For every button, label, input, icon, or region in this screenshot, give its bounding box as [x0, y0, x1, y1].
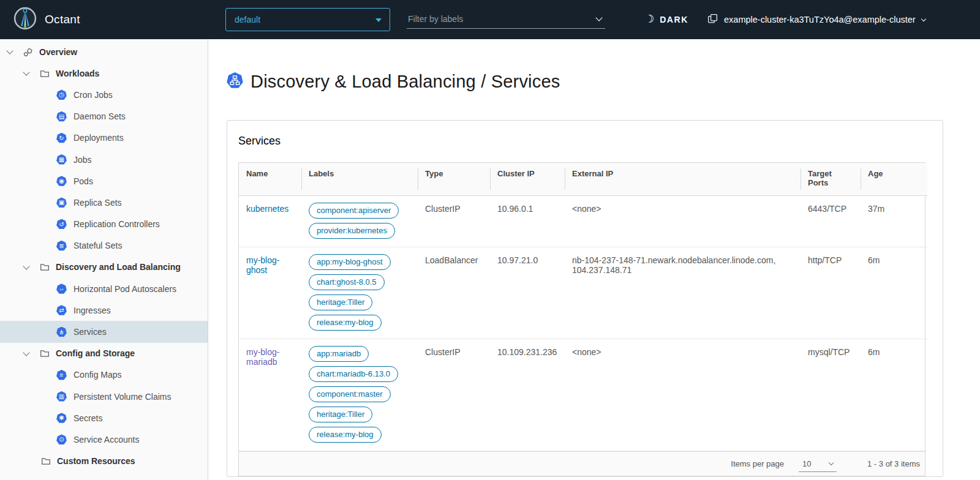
page-size-select[interactable]: 10	[799, 456, 837, 472]
card-title: Services	[238, 135, 925, 148]
label-list: app:my-blog-ghostchart:ghost-8.0.5herita…	[309, 254, 410, 331]
sidebar-item-custom-resources[interactable]: Custom Resources	[0, 451, 208, 472]
sidebar-item-services[interactable]: ⋔Services	[0, 321, 208, 342]
sidebar-navigation: OverviewWorkloads◷Cron Jobs▤Daemon Sets↻…	[0, 39, 208, 480]
sidebar-item-daemon-sets[interactable]: ▤Daemon Sets	[0, 106, 208, 127]
cluster-context-selector[interactable]: example-cluster-ka3TuTzYo4a@example-clus…	[707, 0, 925, 39]
theme-toggle-button[interactable]: ☾ DARK	[644, 0, 688, 39]
sidebar-item-workloads[interactable]: Workloads	[0, 62, 208, 84]
sidebar-item-label: Replication Controllers	[74, 219, 160, 229]
namespace-dropdown[interactable]: default	[225, 8, 390, 31]
label-badge[interactable]: component:apiserver	[309, 203, 399, 219]
services-datagrid: NameLabelsTypeCluster IPExternal IPTarge…	[238, 162, 925, 477]
table-row-kubernetes: kubernetescomponent:apiserverprovider:ku…	[239, 196, 927, 247]
cron-jobs-icon: ◷	[56, 89, 67, 100]
sidebar-item-pods[interactable]: ◉Pods	[0, 170, 208, 192]
theme-toggle-label: DARK	[660, 15, 688, 24]
sidebar-item-config-maps[interactable]: ≡Config Maps	[0, 364, 208, 386]
label-badge[interactable]: app:my-blog-ghost	[309, 254, 391, 270]
table-body: kubernetescomponent:apiserverprovider:ku…	[239, 196, 927, 451]
datagrid-footer: Items per page 10 1 - 3 of 3 items	[239, 451, 925, 476]
chevron-down-icon[interactable]	[6, 47, 13, 54]
sidebar-item-discovery-and-load-balancing[interactable]: Discovery and Load Balancing	[0, 257, 208, 278]
octant-logo-icon	[13, 7, 37, 32]
label-badge[interactable]: release:my-blog	[309, 315, 382, 331]
cell-external-ip: <none>	[565, 339, 801, 451]
label-badge[interactable]: heritage:Tiller	[309, 294, 372, 310]
sidebar-item-label: Persistent Volume Claims	[74, 392, 172, 402]
label-badge[interactable]: release:my-blog	[309, 427, 382, 443]
cluster-context-label: example-cluster-ka3TuTzYo4a@example-clus…	[724, 15, 916, 24]
service-link-kubernetes[interactable]: kubernetes	[246, 204, 288, 214]
page-size-value: 10	[802, 459, 811, 468]
sidebar-item-label: Services	[74, 327, 107, 337]
sidebar-item-replication-controllers[interactable]: ↺Replication Controllers	[0, 214, 208, 235]
cell-target-ports: http/TCP	[801, 247, 861, 339]
service-link-my-blog-ghost[interactable]: my-blog-ghost	[246, 255, 279, 275]
app-title: Octant	[45, 13, 80, 26]
table-header-row: NameLabelsTypeCluster IPExternal IPTarge…	[239, 163, 927, 196]
label-filter-input[interactable]	[407, 14, 597, 24]
sidebar-item-label: Jobs	[74, 155, 92, 165]
label-badge[interactable]: component:master	[309, 386, 391, 402]
replica-sets-icon: ▣	[56, 197, 67, 208]
app-logo[interactable]: Octant	[13, 0, 80, 39]
chevron-down-icon[interactable]	[595, 14, 602, 21]
chevron-down-icon[interactable]	[23, 349, 29, 356]
cell-type: ClusterIP	[418, 339, 490, 451]
label-badge[interactable]: provider:kubernetes	[309, 223, 395, 239]
cell-cluster-ip: 10.96.0.1	[490, 196, 565, 247]
sidebar-item-persistent-volume-claims[interactable]: ▥Persistent Volume Claims	[0, 386, 208, 407]
top-navbar: Octant default ☾ DARK example-cluster-ka…	[0, 0, 980, 39]
sidebar-tree: OverviewWorkloads◷Cron Jobs▤Daemon Sets↻…	[0, 41, 208, 472]
cell-age: 6m	[861, 339, 927, 451]
chevron-down-icon[interactable]	[23, 263, 29, 269]
sidebar-item-label: Replica Sets	[74, 198, 122, 208]
sidebar-item-service-accounts[interactable]: ⊙Service Accounts	[0, 429, 208, 450]
pods-icon: ◉	[56, 176, 67, 186]
label-badge[interactable]: heritage:Tiller	[309, 407, 372, 422]
label-badge[interactable]: chart:ghost-8.0.5	[309, 274, 385, 290]
sidebar-item-horizontal-pod-autoscalers[interactable]: ⇔Horizontal Pod Autoscalers	[0, 278, 208, 299]
config-maps-icon: ≡	[56, 370, 67, 380]
sidebar-item-replica-sets[interactable]: ▣Replica Sets	[0, 192, 208, 213]
sidebar-item-label: Service Accounts	[74, 435, 139, 444]
table-row-my-blog-ghost: my-blog-ghostapp:my-blog-ghostchart:ghos…	[239, 247, 927, 339]
sidebar-item-secrets[interactable]: ✱Secrets	[0, 407, 208, 429]
replication-controllers-icon: ↺	[56, 219, 67, 230]
cell-cluster-ip: 10.109.231.236	[490, 339, 565, 451]
daemon-sets-icon: ▤	[56, 111, 67, 122]
sidebar-item-stateful-sets[interactable]: ≣Stateful Sets	[0, 235, 208, 257]
chevron-down-icon[interactable]	[23, 69, 29, 76]
workloads-icon	[39, 68, 50, 79]
sidebar-item-jobs[interactable]: ▦Jobs	[0, 149, 208, 170]
cell-target-ports: 6443/TCP	[801, 196, 861, 247]
sidebar-item-cron-jobs[interactable]: ◷Cron Jobs	[0, 84, 208, 105]
sidebar-item-overview[interactable]: Overview	[0, 41, 208, 62]
service-accounts-icon: ⊙	[56, 434, 67, 444]
service-link-my-blog-mariadb[interactable]: my-blog-mariadb	[246, 347, 279, 367]
secrets-icon: ✱	[56, 413, 67, 423]
overview-icon	[23, 47, 34, 58]
column-header-type: Type	[418, 163, 490, 196]
stateful-sets-icon: ≣	[56, 241, 67, 251]
sidebar-item-deployments[interactable]: ↻Deployments	[0, 127, 208, 149]
sidebar-item-config-and-storage[interactable]: Config and Storage	[0, 343, 208, 364]
services-table: NameLabelsTypeCluster IPExternal IPTarge…	[239, 163, 927, 452]
cell-cluster-ip: 10.97.21.0	[490, 247, 565, 339]
cell-external-ip: <none>	[565, 196, 801, 247]
label-badge[interactable]: app:mariadb	[309, 346, 369, 362]
sidebar-item-label: Cron Jobs	[74, 90, 113, 100]
sidebar-item-label: Custom Resources	[57, 456, 135, 466]
services-card: Services NameLabelsTypeCluster IPExterna…	[227, 120, 943, 478]
column-header-name: Name	[239, 163, 301, 196]
sidebar-item-ingresses[interactable]: ⇄Ingresses	[0, 299, 208, 321]
sidebar-item-label: Daemon Sets	[74, 111, 126, 121]
cell-target-ports: mysql/TCP	[801, 339, 861, 451]
cell-age: 37m	[861, 196, 927, 247]
sidebar-item-label: Workloads	[56, 69, 99, 78]
sidebar-item-label: Config and Storage	[56, 348, 135, 358]
label-badge[interactable]: chart:mariadb-6.13.0	[309, 366, 398, 382]
services-icon: ⋔	[56, 327, 67, 337]
chevron-down-icon	[829, 460, 834, 465]
